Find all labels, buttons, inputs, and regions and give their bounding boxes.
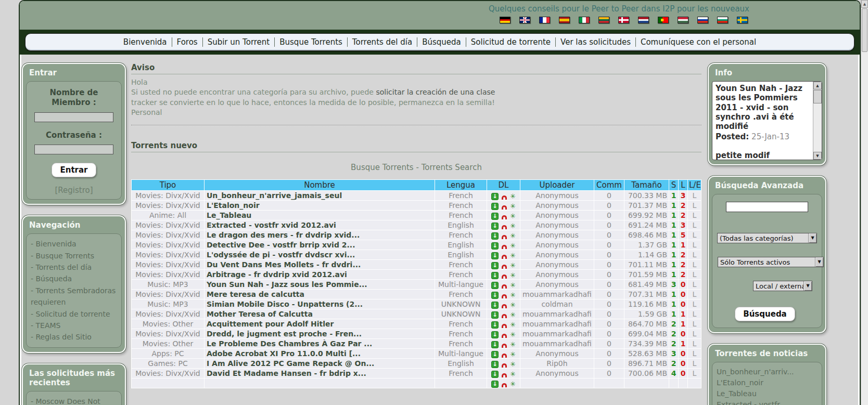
torrent-category[interactable]: Movies: Divx/Xvid: [132, 191, 205, 201]
country-flag-icon[interactable]: [598, 17, 609, 23]
torrent-name-link[interactable]: Du Vent Dans Mes Mollets - fr dvdri...: [205, 260, 435, 270]
magnet-link[interactable]: [501, 311, 508, 319]
chevron-down-icon[interactable]: [815, 257, 823, 267]
torrent-category[interactable]: Movies: Divx/Xvid: [132, 260, 205, 270]
announce-icon[interactable]: [510, 242, 516, 250]
news-torrent-link[interactable]: Un_bonheur_n'arriv...: [717, 367, 818, 377]
announce-icon[interactable]: [510, 331, 516, 338]
magnet-link[interactable]: [501, 351, 508, 358]
sidebar-nav-link[interactable]: - TEAMS: [31, 320, 117, 331]
magnet-link[interactable]: [501, 242, 508, 250]
info-scrollbar-thumb[interactable]: [813, 90, 822, 103]
country-flag-icon[interactable]: [678, 17, 688, 23]
download-icon[interactable]: [491, 232, 499, 240]
torrent-category[interactable]: Movies: Divx/Xvid: [132, 201, 205, 211]
torrent-category[interactable]: Movies: Divx/Xvid: [132, 230, 205, 240]
magnet-link[interactable]: [501, 193, 508, 200]
nav-menu-item[interactable]: Ver las solicitudes: [555, 37, 635, 47]
username-field[interactable]: [34, 112, 113, 122]
announce-icon[interactable]: [510, 311, 516, 319]
country-flag-icon[interactable]: [579, 17, 590, 23]
info-scrollbar[interactable]: [813, 82, 822, 160]
request-category-link[interactable]: solicitar la creación de una clase: [376, 88, 495, 96]
download-icon[interactable]: [491, 262, 499, 269]
announce-icon[interactable]: [510, 302, 516, 309]
announce-icon[interactable]: [510, 203, 516, 210]
nav-menu-item[interactable]: Búsqueda: [417, 37, 466, 47]
magnet-link[interactable]: [501, 272, 508, 279]
torrent-name-link[interactable]: Acquittement pour Adolf Hitler: [205, 319, 435, 329]
magnet-link[interactable]: [501, 203, 508, 210]
magnet-link[interactable]: [501, 331, 508, 338]
torrent-category[interactable]: Apps: PC: [132, 349, 205, 359]
magnet-link[interactable]: [501, 302, 508, 309]
announce-icon[interactable]: [510, 272, 516, 279]
download-icon[interactable]: [491, 193, 499, 200]
chevron-down-icon[interactable]: [803, 281, 812, 291]
torrent-category[interactable]: Anime: All: [132, 211, 205, 220]
torrent-name-link[interactable]: David Et Madame Hansen - fr bdrip x...: [205, 369, 435, 378]
request-link[interactable]: - Moscow Does Not Be... in Movies: DVD: [31, 396, 117, 405]
announce-icon[interactable]: [510, 381, 516, 388]
announce-icon[interactable]: [510, 213, 516, 220]
torrent-category[interactable]: Music: MP3: [132, 280, 205, 290]
download-icon[interactable]: [491, 213, 499, 220]
announce-icon[interactable]: [510, 232, 516, 240]
scroll-down-icon[interactable]: [813, 152, 822, 160]
magnet-link[interactable]: [501, 321, 508, 329]
magnet-link[interactable]: [501, 361, 508, 368]
sidebar-nav-link[interactable]: - Solicitud de torrente: [31, 308, 117, 320]
download-icon[interactable]: [491, 203, 499, 210]
country-flag-icon[interactable]: [618, 17, 629, 23]
torrent-name-link[interactable]: Extracted - vostfr xvid 2012.avi: [205, 220, 435, 230]
password-field[interactable]: [34, 145, 113, 154]
torrent-name-link[interactable]: I Am Alive 2012 PC Game Repack @ On...: [205, 359, 435, 369]
announce-icon[interactable]: [510, 361, 516, 368]
announce-icon[interactable]: [510, 252, 516, 259]
torrent-name-link[interactable]: L'odyssée de pi - vostfr dvdscr xvi...: [205, 250, 435, 260]
country-flag-icon[interactable]: [500, 17, 510, 23]
announce-icon[interactable]: [510, 371, 516, 378]
download-icon[interactable]: [491, 381, 499, 388]
download-icon[interactable]: [491, 282, 499, 289]
page-scrollbar[interactable]: [861, 0, 868, 405]
torrent-category[interactable]: Movies: Divx/Xvid: [132, 270, 205, 280]
announce-icon[interactable]: [510, 282, 516, 289]
torrent-category[interactable]: Movies: Divx/Xvid: [132, 250, 205, 260]
active-torrents-select[interactable]: Sólo Torrents activos: [718, 257, 824, 267]
country-flag-icon[interactable]: [559, 17, 570, 23]
magnet-link[interactable]: [501, 252, 508, 259]
nav-menu-item[interactable]: Foros: [172, 37, 202, 47]
torrent-name-link[interactable]: Un_bonheur_n'arrive_jamais_seul: [205, 191, 435, 201]
country-flag-icon[interactable]: [658, 17, 669, 23]
torrent-name-link[interactable]: Adobe Acrobat XI Pro 11.0.0 Multi [...: [205, 349, 435, 359]
scroll-up-icon[interactable]: [813, 82, 822, 89]
torrent-category[interactable]: Music: MP3: [132, 299, 205, 309]
torrent-name-link[interactable]: Arbitrage - fr dvdrip xvid 2012.avi: [205, 270, 435, 280]
nav-menu-item[interactable]: Subir un Torrent: [202, 37, 275, 47]
announce-icon[interactable]: [510, 193, 516, 200]
torrent-category[interactable]: Games: PC: [132, 359, 205, 369]
torrent-category[interactable]: Movies: Divx/Xvid: [132, 369, 205, 378]
sidebar-nav-link[interactable]: - Búsqueda: [31, 273, 117, 284]
torrent-name-link[interactable]: Detective Dee - vostfr brrip xvid 2...: [205, 240, 435, 250]
nav-menu-item[interactable]: Busque Torrents: [274, 37, 347, 47]
torrent-name-link[interactable]: Simian Mobile Disco - Unpatterns (2...: [205, 299, 435, 309]
sidebar-nav-link[interactable]: - Reglas del Sitio: [31, 331, 117, 343]
login-button[interactable]: Entrar: [52, 163, 96, 177]
torrent-name-link[interactable]: Le Probleme Des Chambres À Gaz Par ...: [205, 339, 435, 349]
page-scrollbar-thumb[interactable]: [862, 8, 867, 52]
country-flag-icon[interactable]: [539, 17, 550, 23]
announce-icon[interactable]: [510, 351, 516, 358]
download-icon[interactable]: [491, 302, 499, 309]
download-icon[interactable]: [491, 272, 499, 279]
torrent-category[interactable]: Movies: Divx/Xvid: [132, 309, 205, 319]
sidebar-nav-link[interactable]: - Busque Torrents: [31, 250, 117, 262]
torrent-category[interactable]: Movies: Divx/Xvid: [132, 329, 205, 339]
download-icon[interactable]: [491, 331, 499, 338]
announce-icon[interactable]: [510, 321, 516, 329]
nav-menu-item[interactable]: Solicitud de torrente: [466, 37, 555, 47]
download-icon[interactable]: [491, 351, 499, 358]
download-icon[interactable]: [491, 223, 499, 230]
torrent-category[interactable]: [132, 378, 205, 388]
